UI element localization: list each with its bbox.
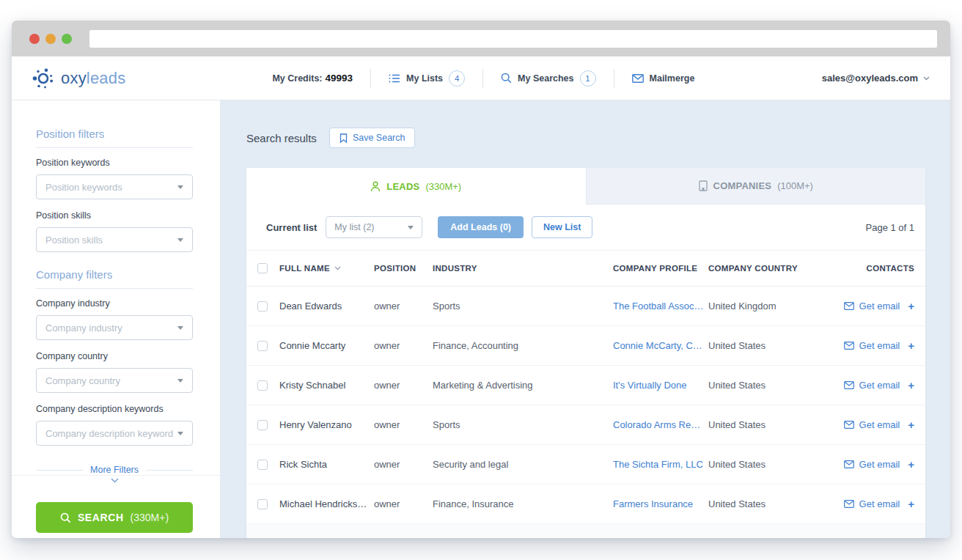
company-profile-link[interactable]: The Football Assoc… <box>613 301 708 312</box>
company-profile-link[interactable]: Colorado Arms Re… <box>613 419 708 430</box>
add-to-list-icon[interactable]: + <box>908 379 914 391</box>
table-row: Henry Valenzano owner Sports Colorado Ar… <box>246 405 925 445</box>
search-button[interactable]: SEARCH (330M+) <box>36 502 193 533</box>
address-bar[interactable] <box>89 30 937 48</box>
pagination: Page 1 of 1 <box>866 222 915 233</box>
app-header: oxyleads My Credits:49993 My Lists 4 <box>12 56 950 100</box>
lead-company-country: United States <box>708 419 833 430</box>
current-list-select[interactable]: My list (2) <box>326 216 422 238</box>
account-menu[interactable]: sales@oxyleads.com <box>822 73 930 84</box>
company-description-keywords-select[interactable]: Company description keywords <box>36 421 193 446</box>
column-company-profile: COMPANY PROFILE <box>613 264 708 273</box>
company-profile-link[interactable]: Farmers Insurance <box>613 498 708 509</box>
row-checkbox[interactable] <box>257 460 268 470</box>
filter-company-description-keywords: Company description keywords Company des… <box>36 404 205 446</box>
building-icon <box>699 180 708 191</box>
company-filters-title: Company filters <box>36 268 193 289</box>
main-content: Search results Save Search LEADS (330 <box>220 100 950 538</box>
page-title: Search results <box>246 132 317 144</box>
get-email-action[interactable]: Get email + <box>844 300 914 312</box>
nav-my-lists[interactable]: My Lists 4 <box>389 70 465 86</box>
lead-full-name: Kristy Schnabel <box>279 380 374 391</box>
maximize-window-button[interactable] <box>62 34 72 44</box>
row-checkbox[interactable] <box>257 341 268 351</box>
search-icon <box>501 73 512 84</box>
filters-sidebar: Position filters Position keywords Posit… <box>12 100 220 538</box>
more-filters-link[interactable]: More Filters <box>90 465 139 475</box>
mail-icon <box>632 74 644 83</box>
nav-my-searches[interactable]: My Searches 1 <box>501 70 595 86</box>
get-email-action[interactable]: Get email + <box>844 419 914 431</box>
row-checkbox[interactable] <box>257 420 268 430</box>
column-industry: INDUSTRY <box>433 264 613 273</box>
nav-my-searches-label: My Searches <box>518 73 573 84</box>
mail-icon <box>844 500 854 508</box>
filter-company-industry: Company industry Company industry <box>36 298 205 340</box>
get-email-action[interactable]: Get email + <box>844 498 914 510</box>
minimize-window-button[interactable] <box>45 34 56 44</box>
list-icon <box>389 73 400 84</box>
company-country-select[interactable]: Company country <box>36 368 193 393</box>
lead-position: owner <box>374 459 433 470</box>
position-skills-select[interactable]: Position skills <box>36 227 193 252</box>
save-search-button[interactable]: Save Search <box>329 128 416 148</box>
get-email-label: Get email <box>859 380 900 391</box>
divider <box>482 69 483 88</box>
row-checkbox[interactable] <box>257 499 268 509</box>
company-industry-select[interactable]: Company industry <box>36 315 193 340</box>
lead-full-name: Rick Sichta <box>279 459 374 470</box>
bookmark-icon <box>339 133 348 143</box>
tab-companies[interactable]: COMPANIES (100M+) <box>586 168 926 205</box>
sidebar-footer: SEARCH (330M+) <box>12 475 220 538</box>
row-checkbox[interactable] <box>257 380 268 391</box>
chevron-down-icon <box>923 76 930 81</box>
lead-industry: Finance, Accounting <box>433 340 613 351</box>
row-checkbox[interactable] <box>257 301 268 312</box>
mail-icon <box>844 342 854 350</box>
column-full-name[interactable]: FULL NAME <box>279 264 374 273</box>
lead-full-name: Michael Hendricks… <box>279 498 374 509</box>
filter-company-country: Company country Company country <box>36 351 205 393</box>
credits-value: 49993 <box>326 73 353 84</box>
lead-position: owner <box>374 340 433 351</box>
lead-full-name: Henry Valenzano <box>279 419 374 430</box>
get-email-action[interactable]: Get email + <box>844 379 914 391</box>
header-nav: My Credits:49993 My Lists 4 My Searches … <box>272 69 694 88</box>
company-profile-link[interactable]: Connie McCarty, C… <box>613 340 708 351</box>
company-profile-link[interactable]: It's Virtually Done <box>613 380 708 391</box>
add-leads-button[interactable]: Add Leads (0) <box>438 216 524 238</box>
lead-industry: Sports <box>433 301 613 312</box>
position-keywords-select[interactable]: Position keywords <box>36 174 193 199</box>
get-email-action[interactable]: Get email + <box>844 458 914 471</box>
browser-window: oxyleads My Credits:49993 My Lists 4 <box>12 21 950 538</box>
get-email-action[interactable]: Get email + <box>844 339 914 352</box>
results-tabs: LEADS (330M+) COMPANIES (100M+) <box>246 168 925 205</box>
nav-my-lists-label: My Lists <box>406 73 443 84</box>
add-to-list-icon[interactable]: + <box>908 498 914 510</box>
new-list-button[interactable]: New List <box>532 216 592 238</box>
column-contacts: CONTACTS <box>867 264 914 273</box>
lead-industry: Security and legal <box>433 459 613 470</box>
lead-company-country: United States <box>708 498 833 509</box>
add-to-list-icon[interactable]: + <box>908 458 914 471</box>
lead-position: owner <box>374 498 433 509</box>
close-window-button[interactable] <box>29 34 40 44</box>
add-to-list-icon[interactable]: + <box>908 419 914 431</box>
add-to-list-icon[interactable]: + <box>908 300 914 312</box>
table-row: Connie Mccarty owner Finance, Accounting… <box>246 326 925 366</box>
browser-chrome <box>12 21 950 56</box>
lead-company-country: United States <box>708 380 833 391</box>
nav-mailmerge[interactable]: Mailmerge <box>632 73 695 84</box>
mail-icon <box>844 421 854 429</box>
add-to-list-icon[interactable]: + <box>908 339 914 352</box>
tab-leads[interactable]: LEADS (330M+) <box>246 168 586 205</box>
lead-industry: Marketing & Advertising <box>433 380 613 391</box>
table-row: Kristy Schnabel owner Marketing & Advert… <box>246 366 925 405</box>
lead-position: owner <box>374 301 433 312</box>
divider <box>614 69 614 88</box>
my-lists-count-badge: 4 <box>449 70 465 86</box>
company-profile-link[interactable]: The Sichta Firm, LLC <box>613 459 708 470</box>
select-all-checkbox[interactable] <box>257 263 268 273</box>
search-icon <box>60 512 71 523</box>
oxyleads-logo[interactable]: oxyleads <box>32 67 125 89</box>
